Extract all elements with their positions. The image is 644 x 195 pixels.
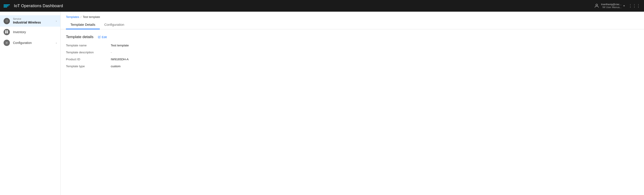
field-label-0: Template name (66, 44, 111, 47)
sidebar-item-configuration-content: Configuration (13, 41, 53, 44)
configuration-icon (4, 40, 10, 46)
svg-rect-2 (7, 30, 8, 32)
breadcrumb-current: Test template (83, 15, 100, 18)
chevron-down-icon[interactable]: ▾ (623, 4, 625, 8)
svg-point-0 (596, 4, 598, 6)
sidebar: ⬡ Service Industrial Wireless › Inventor… (0, 12, 60, 195)
inventory-icon (4, 29, 10, 35)
user-icon (594, 3, 600, 8)
top-nav: IoT Operations Dashboard tnanthanig@ciac… (0, 0, 644, 12)
svg-rect-1 (5, 30, 6, 32)
layout: ⬡ Service Industrial Wireless › Inventor… (0, 12, 644, 195)
sidebar-item-service[interactable]: ⬡ Service Industrial Wireless › (0, 15, 60, 27)
tabs: Template Details Configuration (60, 20, 644, 29)
field-value-0: Test template (111, 44, 178, 47)
field-label-2: Product ID (66, 58, 111, 61)
breadcrumb-separator: / (80, 15, 82, 18)
service-label-main: Industrial Wireless (13, 20, 53, 24)
field-label-1: Template description (66, 51, 111, 54)
field-label-3: Template type (66, 64, 111, 68)
section-title: Template details (66, 35, 94, 39)
field-value-1: - (111, 51, 178, 54)
configuration-label: Configuration (13, 41, 53, 44)
content-area: Templates / Test template Template Detai… (60, 12, 644, 195)
user-name: tnanthanig@ciac... (601, 3, 622, 6)
sidebar-item-inventory-content: Inventory (13, 30, 57, 34)
detail-table: Template name Test template Template des… (66, 44, 638, 68)
user-role: IW User Manua... (601, 6, 622, 9)
sidebar-item-service-content: Service Industrial Wireless (13, 18, 53, 24)
user-text: tnanthanig@ciac... IW User Manua... (601, 3, 622, 9)
app-title: IoT Operations Dashboard (14, 4, 63, 8)
field-value-3: custom (111, 64, 178, 68)
main-content: Templates / Test template Template Detai… (60, 12, 644, 195)
template-details-section: Template details Edit Template name Test… (60, 29, 644, 73)
tab-template-details[interactable]: Template Details (66, 20, 100, 29)
user-info[interactable]: tnanthanig@ciac... IW User Manua... ▾ (594, 3, 625, 9)
field-value-2: IW9165DH-A (111, 58, 178, 61)
breadcrumb-templates-link[interactable]: Templates (66, 15, 79, 18)
edit-label: Edit (102, 36, 107, 39)
edit-button[interactable]: Edit (98, 36, 107, 39)
svg-rect-3 (5, 32, 6, 34)
svg-point-5 (6, 42, 7, 44)
edit-icon (98, 36, 101, 38)
section-header: Template details Edit (66, 35, 638, 39)
grid-icon[interactable]: ⋮⋮⋮ (628, 3, 640, 8)
service-icon: ⬡ (4, 18, 10, 24)
inventory-label: Inventory (13, 30, 57, 34)
nav-left: IoT Operations Dashboard (4, 4, 63, 8)
configuration-chevron-icon: › (56, 41, 57, 44)
tab-configuration[interactable]: Configuration (100, 20, 129, 29)
service-chevron-icon: › (56, 19, 57, 23)
sidebar-item-configuration[interactable]: Configuration › (0, 38, 60, 48)
cisco-logo (4, 4, 10, 8)
sidebar-item-inventory[interactable]: Inventory (0, 27, 60, 38)
service-label-top: Service (13, 18, 53, 20)
svg-rect-4 (7, 32, 8, 34)
nav-right: tnanthanig@ciac... IW User Manua... ▾ ⋮⋮… (594, 3, 640, 9)
breadcrumb: Templates / Test template (60, 12, 644, 18)
